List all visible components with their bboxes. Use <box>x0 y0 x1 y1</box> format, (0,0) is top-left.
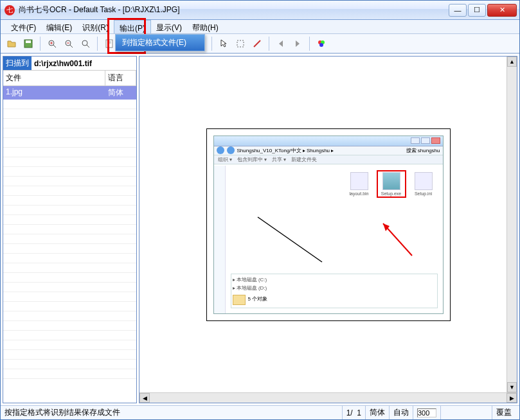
doc-icon[interactable] <box>102 37 116 51</box>
zoom-in-icon[interactable] <box>45 37 59 51</box>
table-row <box>3 350 136 360</box>
color-icon[interactable] <box>314 37 328 51</box>
toolbar-separator <box>269 37 269 51</box>
scroll-left-icon[interactable]: ◀ <box>139 393 150 403</box>
table-row <box>3 196 136 206</box>
region-icon[interactable] <box>233 37 247 51</box>
file-label: layout.bin <box>350 191 369 196</box>
table-row <box>3 283 136 292</box>
cell-lang: 简体 <box>105 86 136 100</box>
file-icon-setup-exe: Setup.exe <box>379 172 404 196</box>
table-row <box>3 273 136 283</box>
vertical-scrollbar[interactable]: ▲ ▼ <box>507 57 517 392</box>
svg-line-10 <box>87 45 89 48</box>
titlebar: 七 尚书七号OCR - Default Task - [D:\RJXZ\1.JP… <box>1 1 519 20</box>
prev-icon[interactable] <box>274 37 288 51</box>
emb-maximize-icon <box>421 137 430 144</box>
open-icon[interactable] <box>4 37 19 51</box>
file-label: Setup.exe <box>381 191 402 196</box>
canvas-area[interactable]: Shungshu_V10_KTong/中文 ▸ Shungshu ▸ 搜索 sh… <box>139 57 517 392</box>
emb-main: layout.bin Setup.exe Setup.ini <box>226 166 443 313</box>
save-icon[interactable] <box>21 37 35 51</box>
file-table: 文件 语言 1.jpg 简体 <box>3 71 136 403</box>
menu-output[interactable]: 输出(P) <box>114 20 151 33</box>
status-message: 按指定格式将识别结果保存成文件 <box>4 407 342 418</box>
svg-rect-1 <box>26 40 31 43</box>
page-total: 1 <box>357 408 361 417</box>
scan-path-bar: 扫描到 d:\rjxz\hw001.tif <box>3 57 136 71</box>
table-row <box>3 186 136 196</box>
zoom-out-icon[interactable] <box>62 37 76 51</box>
object-count: 5 个对象 <box>248 295 268 302</box>
table-row <box>3 292 136 302</box>
emb-content: layout.bin Setup.exe Setup.ini <box>214 166 443 313</box>
svg-rect-11 <box>106 40 112 48</box>
toolbar-separator <box>40 37 40 51</box>
document-image: Shungshu_V10_KTong/中文 ▸ Shungshu ▸ 搜索 sh… <box>206 128 451 321</box>
forward-icon <box>227 146 235 154</box>
emb-tool-share: 共享 ▾ <box>272 156 286 163</box>
arrow-icon <box>373 217 425 268</box>
table-row <box>3 109 136 119</box>
status-lang[interactable]: 简体 <box>365 406 389 419</box>
table-row <box>3 138 136 148</box>
zoom-fit-icon[interactable] <box>78 37 93 51</box>
col-header-lang[interactable]: 语言 <box>105 71 136 85</box>
table-row <box>3 244 136 254</box>
table-row <box>3 100 136 109</box>
scan-label: 扫描到 <box>3 57 31 70</box>
table-row <box>3 157 136 167</box>
status-overwrite[interactable]: 覆盖 <box>492 406 516 419</box>
menu-edit[interactable]: 编辑(E) <box>41 20 77 33</box>
emb-address-bar: Shungshu_V10_KTong/中文 ▸ Shungshu ▸ 搜索 sh… <box>214 146 443 155</box>
toolbar-separator <box>211 37 212 51</box>
scroll-up-icon[interactable]: ▲ <box>507 57 517 67</box>
status-page: 1/ 1 <box>342 406 365 419</box>
file-icon <box>415 172 433 190</box>
close-button[interactable]: ✕ <box>487 4 517 17</box>
minimize-button[interactable]: — <box>449 4 467 17</box>
emb-path: Shungshu_V10_KTong/中文 ▸ Shungshu ▸ <box>237 147 334 154</box>
scroll-track[interactable] <box>507 67 517 382</box>
table-row <box>3 302 136 311</box>
table-row[interactable]: 1.jpg 简体 <box>3 86 136 100</box>
pointer-icon[interactable] <box>217 37 231 51</box>
svg-point-9 <box>82 40 87 46</box>
next-icon[interactable] <box>291 37 305 51</box>
svg-line-30 <box>258 217 322 262</box>
emb-toolbar: 组织 ▾ 包含到库中 ▾ 共享 ▾ 新建文件夹 <box>214 155 443 164</box>
emb-tool-newfolder: 新建文件夹 <box>291 156 317 163</box>
table-row <box>3 128 136 138</box>
scroll-track[interactable] <box>150 393 507 403</box>
dpi-input[interactable] <box>417 408 436 417</box>
menu-view[interactable]: 显示(V) <box>151 20 187 33</box>
table-row <box>3 234 136 244</box>
table-row <box>3 225 136 234</box>
main-view: Shungshu_V10_KTong/中文 ▸ Shungshu ▸ 搜索 sh… <box>139 56 517 403</box>
statusbar: 按指定格式将识别结果保存成文件 1/ 1 简体 自动 覆盖 <box>1 405 519 419</box>
app-icon: 七 <box>4 5 15 15</box>
svg-line-3 <box>53 45 56 48</box>
app-window: 七 尚书七号OCR - Default Task - [D:\RJXZ\1.JP… <box>0 0 520 420</box>
maximize-button[interactable]: ☐ <box>468 4 486 17</box>
menu-file[interactable]: 文件(F) <box>6 20 41 33</box>
status-spacer <box>440 406 492 419</box>
scroll-down-icon[interactable]: ▼ <box>507 382 517 392</box>
tree-item: ▸ 本地磁盘 (C:) <box>233 276 436 284</box>
menu-help[interactable]: 帮助(H) <box>187 20 224 33</box>
svg-marker-26 <box>296 40 300 47</box>
table-row <box>3 206 136 215</box>
file-table-header: 文件 语言 <box>3 71 136 86</box>
dropdown-to-file[interactable]: 到指定格式文件(E) <box>116 35 204 51</box>
scroll-right-icon[interactable]: ▶ <box>507 393 517 403</box>
pen-icon[interactable] <box>250 37 264 51</box>
file-sidebar: 扫描到 d:\rjxz\hw001.tif 文件 语言 1.jpg 简体 <box>3 56 137 403</box>
svg-point-29 <box>319 43 323 47</box>
tree-item: ▸ 本地磁盘 (D:) <box>233 284 436 292</box>
menu-recognize[interactable]: 识别(R) <box>77 20 114 33</box>
file-icon <box>382 172 400 190</box>
status-auto[interactable]: 自动 <box>389 406 413 419</box>
toolbar-separator <box>309 37 310 51</box>
horizontal-scrollbar[interactable]: ◀ ▶ <box>139 392 517 403</box>
col-header-file[interactable]: 文件 <box>3 71 105 85</box>
